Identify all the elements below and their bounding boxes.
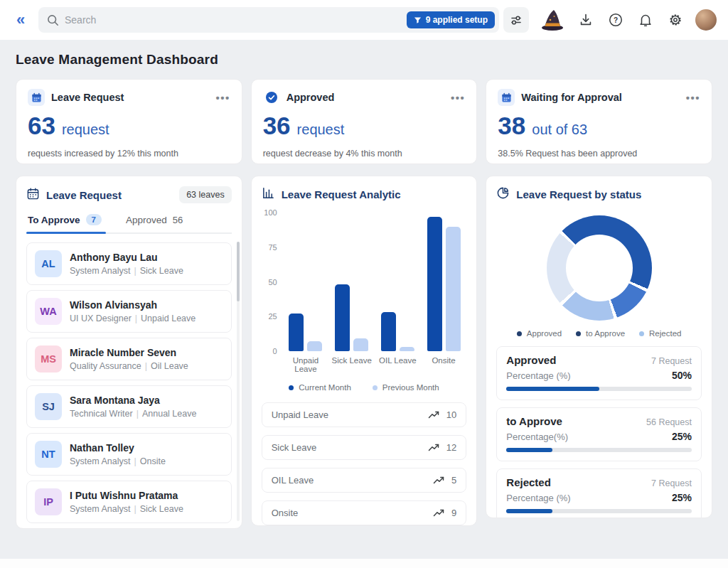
bar [400,347,414,351]
trend-up-icon [433,476,445,485]
filter-funnel-icon [414,16,422,24]
progress-fill [506,448,552,452]
progress-fill [506,387,599,391]
leave-request-list: AL Anthony Bayu Lau System Analyst|Sick … [26,242,232,523]
person-role-leave: UI UX Designer|Unpaid Leave [70,314,196,323]
status-row: Rejected 7 Request Percentage (%) 25% [496,468,702,518]
card-menu-button[interactable]: ••• [451,92,465,104]
person-name: Miracle Number Seven [70,347,188,358]
percentage-label: Percentage (%) [506,493,570,503]
stat-subtext: request decrease by 4% this month [263,149,466,159]
avatar: IP [35,488,62,515]
status-rows: Approved 7 Request Percentage (%) 50% to… [496,346,702,518]
stat-unit: out of 63 [532,122,587,138]
stat-value: 63 [28,112,55,140]
panel-title: Leave Request Analytic [282,188,401,200]
collapse-sidebar-icon[interactable]: « [9,8,33,32]
trend-row[interactable]: Unpaid Leave 10 [262,402,467,427]
bar [427,217,442,351]
tab-label: Approved [126,215,167,225]
bar [289,314,304,351]
progress-track [506,509,692,513]
stat-value: 36 [263,112,291,140]
person-name: Nathan Tolley [70,442,166,454]
y-tick-label: 100 [264,208,277,217]
topbar-actions: ? [503,7,717,33]
status-label: Rejected [506,476,551,488]
person-role-leave: Technical Writer|Annual Leave [70,409,196,419]
list-item[interactable]: WA Wilson Alviansyah UI UX Designer|Unpa… [26,290,232,333]
list-item[interactable]: IP I Putu Wishnu Pratama System Analyst|… [26,481,232,523]
list-item[interactable]: MS Miracle Number Seven Quality Assuranc… [26,338,232,380]
trend-row[interactable]: Onsite 9 [262,500,467,525]
legend-item: Current Month [289,383,351,392]
tab-count-badge: 7 [86,214,102,225]
stat-unit: request [297,122,345,138]
applied-setup-badge[interactable]: 9 applied setup [407,11,495,28]
search-input[interactable] [65,14,401,26]
percentage-value: 50% [672,370,692,381]
topbar: « 9 applied setup ? [0,0,728,40]
trend-row[interactable]: Sick Leave 12 [262,435,467,460]
leave-request-panel: Leave Request 63 leaves To Approve 7 App… [16,176,242,529]
percentage-value: 25% [672,431,692,442]
card-menu-button[interactable]: ••• [215,92,230,104]
list-item[interactable]: AL Anthony Bayu Lau System Analyst|Sick … [26,242,232,285]
y-tick-label: 75 [268,243,277,252]
progress-fill [506,509,552,513]
trend-value: 12 [446,442,456,453]
progress-track [506,387,692,391]
user-avatar[interactable] [695,9,717,31]
trend-up-icon [428,410,440,419]
bar-group [283,213,329,351]
donut-hole [566,235,633,301]
stat-subtext: 38.5% Request has been approved [498,149,700,159]
y-axis: 1007550250 [262,213,283,351]
pie-chart-icon [496,186,510,203]
bar-group [421,213,467,351]
bar [381,312,396,351]
legend-item: Rejected [639,329,681,338]
x-tick-label: OIL Leave [375,356,421,373]
gear-icon[interactable] [665,10,685,30]
trend-label: Onsite [272,508,299,518]
calendar-icon [498,89,515,106]
panel-title: Leave Request by status [516,188,641,200]
person-role-leave: System Analyst|Sick Leave [70,266,183,276]
bar-group [375,213,421,351]
x-tick-label: Unpaid Leave [283,356,329,373]
person-role-leave: System Analyst|Sick Leave [70,504,183,514]
status-label: Approved [506,354,556,366]
progress-track [506,448,692,452]
bell-icon[interactable] [636,10,655,30]
tab-approved[interactable]: Approved 56 [124,214,184,232]
witch-hat-icon[interactable] [539,7,566,33]
bar-plot [283,213,467,351]
download-icon[interactable] [576,10,596,30]
trend-up-icon [433,508,445,518]
list-scrollbar[interactable] [237,242,240,521]
percentage-label: Percentage (%) [506,370,570,381]
legend-dot [373,385,378,390]
sliders-icon[interactable] [503,7,529,33]
scrollbar-thumb[interactable] [237,242,240,301]
tab-to-approve[interactable]: To Approve 7 [26,214,103,232]
person-name: I Putu Wishnu Pratama [70,490,183,501]
bar [353,338,368,351]
list-item[interactable]: SJ Sara Montana Jaya Technical Writer|An… [26,385,232,428]
help-icon[interactable]: ? [606,10,626,30]
list-item[interactable]: NT Nathan Tolley System Analyst|Onsite [26,433,232,476]
card-menu-button[interactable]: ••• [686,92,700,104]
leave-status-panel: Leave Request by status Approvedto Appro… [486,176,712,518]
y-tick-label: 0 [273,347,277,355]
active-tab-indicator [26,232,106,234]
avatar: SJ [35,393,62,420]
search-bar[interactable]: 9 applied setup [38,7,499,33]
trend-label: OIL Leave [272,475,314,486]
page-title: Leave Management Dashboard [16,52,712,68]
trend-row[interactable]: OIL Leave 5 [262,468,467,493]
bar-legend: Current MonthPrevious Month [262,383,467,392]
trend-value: 10 [446,409,456,420]
person-role-leave: Quality Assurance|Oil Leave [70,361,188,371]
percentage-label: Percentage(%) [506,432,568,442]
